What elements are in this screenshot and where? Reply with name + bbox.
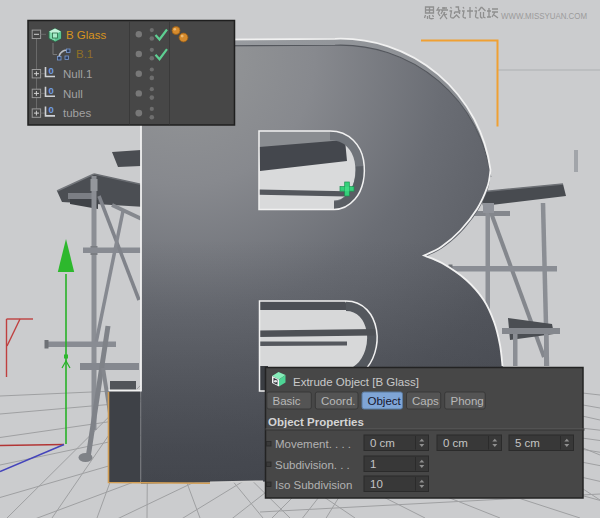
svg-text:B Glass: B Glass — [66, 29, 107, 41]
svg-text:Object Properties: Object Properties — [268, 416, 364, 428]
svg-text:0: 0 — [49, 85, 54, 96]
svg-text:Object: Object — [368, 395, 402, 407]
svg-text:WWW.MISSYUAN.COM: WWW.MISSYUAN.COM — [501, 10, 587, 21]
svg-text:Null.1: Null.1 — [63, 68, 92, 80]
svg-text:10: 10 — [370, 478, 383, 490]
svg-text:1: 1 — [370, 458, 376, 470]
svg-text:Coord.: Coord. — [321, 395, 356, 407]
svg-text:Caps: Caps — [412, 395, 439, 407]
svg-text:5 cm: 5 cm — [515, 437, 540, 449]
svg-text:0 cm: 0 cm — [370, 437, 395, 449]
svg-text:Extrude Object [B Glass]: Extrude Object [B Glass] — [293, 376, 419, 388]
svg-text:0 cm: 0 cm — [443, 437, 468, 449]
svg-text:Phong: Phong — [451, 395, 484, 407]
svg-text:B.1: B.1 — [76, 48, 93, 60]
svg-text:0: 0 — [49, 65, 54, 76]
svg-text:Null: Null — [63, 88, 83, 100]
svg-text:Subdivision. . .: Subdivision. . . — [275, 459, 350, 471]
svg-text:0: 0 — [49, 104, 54, 115]
svg-text:Movement. . . .: Movement. . . . — [275, 438, 351, 450]
svg-text:Iso Subdivision: Iso Subdivision — [275, 479, 352, 491]
svg-text:Basic: Basic — [273, 395, 301, 407]
svg-text:tubes: tubes — [63, 107, 91, 119]
